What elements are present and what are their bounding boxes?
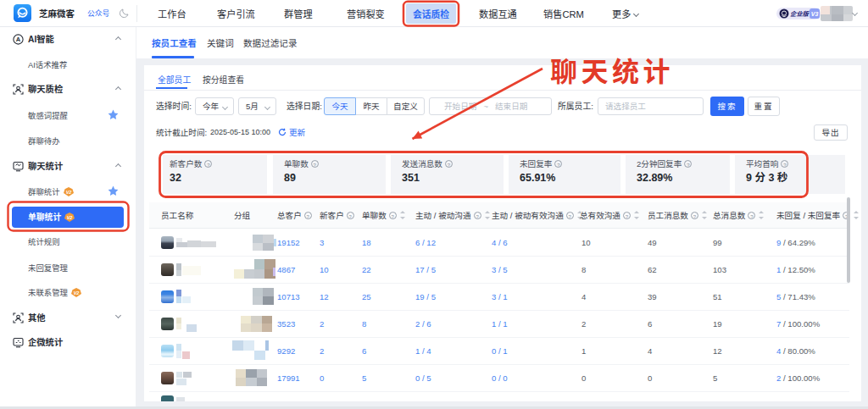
svg-text:V2: V2 — [65, 190, 71, 195]
svg-text:V2: V2 — [67, 214, 73, 219]
svg-text:A: A — [16, 36, 21, 43]
svg-text:V2: V2 — [74, 290, 80, 295]
